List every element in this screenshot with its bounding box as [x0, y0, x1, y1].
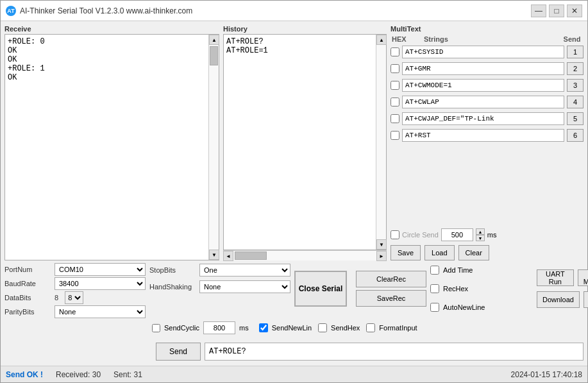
- clear-button[interactable]: Clear: [458, 245, 489, 260]
- mt-send-btn-3[interactable]: 3: [567, 79, 584, 92]
- handshaking-label: HandShaking: [149, 283, 196, 291]
- addtime-checkbox[interactable]: [430, 266, 439, 275]
- baudrate-label: BaudRate: [4, 280, 51, 287]
- received-status: Received: 30: [56, 370, 101, 379]
- hide-multitext-button[interactable]: Hide MultiText: [578, 269, 588, 286]
- datetime-status: 2024-01-15 17:40:18: [511, 370, 582, 379]
- receive-content[interactable]: +ROLE: 0 OK OK +ROLE: 1 OK: [5, 35, 208, 260]
- minimize-button[interactable]: —: [531, 4, 546, 17]
- serial-extra: StopBits One HandShaking None: [149, 263, 290, 314]
- mt-send-btn-6[interactable]: 6: [567, 129, 584, 142]
- format-input-row: FormatInput: [366, 321, 417, 335]
- paritybits-label: ParityBits: [4, 308, 51, 316]
- window-title: AI-Thinker Serial Tool V1.2.3.0 www.ai-t…: [20, 6, 531, 15]
- mt-send-btn-1[interactable]: 1: [567, 46, 584, 58]
- history-scroll-down[interactable]: ▼: [376, 239, 387, 250]
- rechex-checkbox[interactable]: [430, 284, 439, 293]
- send-cyclic-checkbox[interactable]: [152, 324, 160, 332]
- status-bar: Send OK ! Received: 30 Sent: 31 2024-01-…: [1, 366, 587, 382]
- send-newline-row: SendNewLin: [259, 321, 312, 335]
- addtime-row: Add Time: [430, 263, 533, 277]
- mt-checkbox-2[interactable]: [391, 64, 399, 73]
- rec-section: ClearRec SaveRec: [356, 263, 426, 314]
- scroll-down-btn[interactable]: ▼: [209, 250, 219, 260]
- handshaking-row: HandShaking None: [149, 280, 290, 294]
- send-hex-checkbox[interactable]: [318, 323, 327, 332]
- uart-row-2: Download Hide History: [537, 291, 588, 308]
- receive-panel: Receive +ROLE: 0 OK OK +ROLE: 1 OK ▲ ▼: [4, 25, 219, 260]
- mt-input-1[interactable]: [402, 46, 564, 58]
- baudrate-select[interactable]: 38400: [55, 277, 146, 290]
- send-cyclic-label: SendCyclic: [164, 324, 199, 332]
- uart-section: UART Run Hide MultiText Download Hide Hi…: [537, 263, 588, 314]
- uart-run-button[interactable]: UART Run: [537, 269, 574, 286]
- received-label: Received:: [56, 370, 90, 379]
- history-scroll-up[interactable]: ▲: [376, 35, 387, 45]
- mt-input-5[interactable]: [402, 112, 564, 125]
- multitext-panel: MultiText HEX Strings Send 1: [391, 25, 584, 260]
- save-button[interactable]: Save: [391, 245, 421, 260]
- format-input-checkbox[interactable]: [366, 323, 375, 332]
- saverec-button[interactable]: SaveRec: [356, 290, 426, 307]
- checks-section: Add Time RecHex AutoNewLine: [430, 263, 533, 314]
- sent-count: 31: [133, 370, 142, 379]
- handshaking-select[interactable]: None: [199, 280, 290, 293]
- send-input[interactable]: [205, 343, 584, 361]
- portnum-select[interactable]: COM10: [55, 263, 146, 276]
- mt-checkbox-6[interactable]: [391, 131, 399, 140]
- scroll-thumb[interactable]: [210, 46, 218, 65]
- history-content[interactable]: AT+ROLE? AT+ROLE=1: [224, 35, 376, 250]
- circle-send-checkbox[interactable]: [391, 230, 399, 239]
- cyclic-ms-label: ms: [239, 324, 249, 332]
- mt-send-btn-2[interactable]: 2: [567, 62, 584, 75]
- download-button[interactable]: Download: [537, 291, 580, 308]
- close-button[interactable]: ✕: [567, 4, 582, 17]
- history-label: History: [223, 25, 387, 33]
- mt-input-3[interactable]: [402, 79, 564, 92]
- autonewline-row: AutoNewLine: [430, 301, 533, 314]
- stopbits-select[interactable]: One: [199, 264, 290, 277]
- scroll-track: [209, 45, 219, 250]
- send-button[interactable]: Send: [156, 343, 201, 361]
- paritybits-select[interactable]: None: [55, 305, 146, 318]
- send-newline-label: SendNewLin: [272, 324, 312, 332]
- circle-send-input[interactable]: [441, 228, 473, 241]
- mt-input-2[interactable]: [402, 62, 564, 75]
- mt-send-btn-5[interactable]: 5: [567, 112, 584, 125]
- received-count: 30: [92, 370, 101, 379]
- history-scroll-right[interactable]: ►: [376, 251, 387, 261]
- close-serial-button[interactable]: Close Serial: [294, 271, 347, 307]
- mt-checkbox-5[interactable]: [391, 114, 399, 123]
- clearrec-button[interactable]: ClearRec: [356, 271, 426, 287]
- history-scroll-left[interactable]: ◄: [223, 251, 233, 261]
- title-bar: AT AI-Thinker Serial Tool V1.2.3.0 www.a…: [1, 1, 587, 21]
- mt-input-6[interactable]: [402, 129, 564, 142]
- cyclic-value-input[interactable]: [203, 321, 235, 334]
- send-ok-status: Send OK !: [6, 370, 43, 379]
- history-wrapper: AT+ROLE? AT+ROLE=1 ▲ ▼ ◄ ►: [223, 34, 387, 260]
- history-h-thumb[interactable]: [235, 251, 267, 260]
- mt-checkbox-3[interactable]: [391, 81, 399, 90]
- mt-checkbox-4[interactable]: [391, 98, 399, 106]
- bottom-controls-row: SendCyclic ms SendNewLin SendHex FormatI…: [4, 317, 584, 339]
- sent-status: Sent: 31: [113, 370, 142, 379]
- mt-send-btn-4[interactable]: 4: [567, 96, 584, 108]
- multitext-rows: 1 2 3 4: [391, 44, 584, 225]
- autonewline-label: AutoNewLine: [443, 303, 485, 311]
- circle-spinner-up[interactable]: ▲: [476, 228, 485, 235]
- autonewline-checkbox[interactable]: [430, 303, 439, 312]
- hide-history-button[interactable]: Hide History: [584, 291, 588, 308]
- mt-checkbox-1[interactable]: [391, 47, 399, 56]
- save-load-row: Save Load Clear: [391, 245, 584, 260]
- circle-send-label: Circle Send: [402, 231, 439, 239]
- scroll-up-btn[interactable]: ▲: [209, 35, 219, 45]
- receive-label: Receive: [4, 25, 219, 33]
- maximize-button[interactable]: □: [549, 4, 564, 17]
- load-button[interactable]: Load: [424, 245, 454, 260]
- send-newline-checkbox[interactable]: [259, 323, 268, 332]
- rechex-label: RecHex: [443, 285, 468, 293]
- circle-spinner-down[interactable]: ▼: [476, 235, 485, 241]
- databits-select[interactable]: 8: [65, 291, 83, 304]
- main-content: Receive +ROLE: 0 OK OK +ROLE: 1 OK ▲ ▼ H…: [1, 21, 587, 366]
- mt-input-4[interactable]: [402, 96, 564, 108]
